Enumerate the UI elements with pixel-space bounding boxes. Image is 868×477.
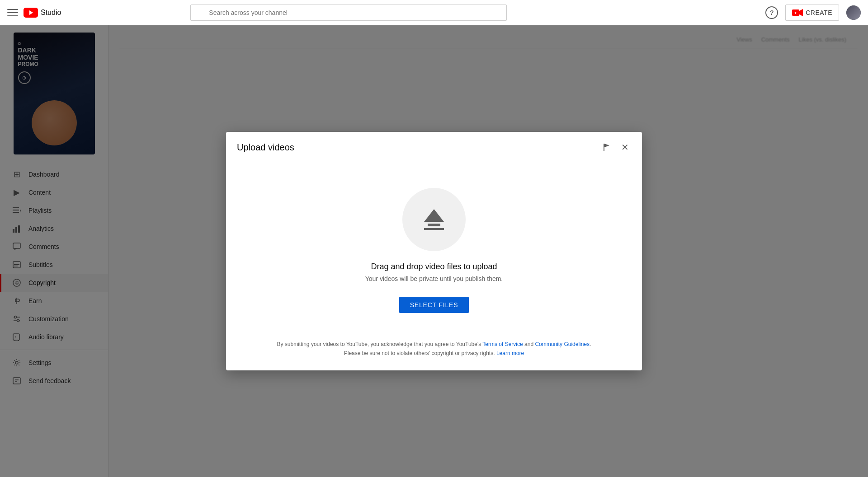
footer-text: By submitting your videos to YouTube, yo…: [244, 340, 624, 357]
modal-header: Upload videos ✕: [226, 132, 642, 161]
modal-body: Drag and drop video files to upload Your…: [226, 161, 642, 331]
arrow-up: [424, 209, 444, 222]
drag-drop-title: Drag and drop video files to upload: [371, 262, 497, 271]
help-icon[interactable]: ?: [765, 6, 778, 19]
arrow-shaft: [428, 224, 440, 226]
search-input[interactable]: [190, 5, 507, 21]
terms-link[interactable]: Terms of Service: [482, 341, 523, 347]
create-icon: +: [792, 9, 803, 17]
svg-rect-32: [604, 144, 604, 151]
arrow-base: [424, 228, 444, 230]
select-files-button[interactable]: SELECT FILES: [399, 297, 469, 313]
svg-marker-33: [604, 144, 609, 147]
avatar-image: [846, 5, 861, 20]
guidelines-link[interactable]: Community Guidelines: [535, 341, 590, 347]
footer-text-before: By submitting your videos to YouTube, yo…: [277, 341, 483, 347]
youtube-logo-icon: [24, 8, 38, 18]
modal-title: Upload videos: [237, 142, 294, 153]
modal-close-button[interactable]: ✕: [618, 141, 631, 154]
search-area: 🔍: [190, 5, 507, 21]
svg-marker-3: [799, 9, 803, 16]
logo-area: Studio: [24, 8, 61, 18]
learn-more-link[interactable]: Learn more: [496, 350, 524, 356]
footer-text-after: .: [590, 341, 591, 347]
create-video-icon: +: [792, 9, 803, 17]
upload-modal: Upload videos ✕: [226, 132, 642, 370]
close-icon: ✕: [621, 142, 629, 153]
modal-flag-button[interactable]: [600, 141, 613, 154]
flag-icon: [602, 143, 611, 152]
avatar[interactable]: [846, 5, 861, 20]
svg-text:+: +: [794, 11, 797, 15]
footer-privacy-text: Please be sure not to violate others' co…: [344, 350, 496, 356]
create-button[interactable]: + CREATE: [785, 5, 839, 21]
header: Studio 🔍 ? + CREATE: [0, 0, 868, 25]
studio-label: Studio: [41, 9, 61, 17]
modal-header-actions: ✕: [600, 141, 631, 154]
footer-and: and: [523, 341, 535, 347]
header-right: ? + CREATE: [765, 5, 861, 21]
upload-icon-circle: [402, 188, 466, 251]
search-wrapper: 🔍: [190, 5, 507, 21]
menu-icon[interactable]: [7, 7, 18, 18]
header-left: Studio: [7, 7, 61, 18]
modal-overlay[interactable]: Upload videos ✕: [0, 25, 868, 477]
create-label: CREATE: [806, 9, 832, 16]
modal-footer: By submitting your videos to YouTube, yo…: [226, 331, 642, 370]
drag-drop-subtitle: Your videos will be private until you pu…: [365, 275, 503, 282]
upload-arrow-icon: [424, 209, 444, 230]
